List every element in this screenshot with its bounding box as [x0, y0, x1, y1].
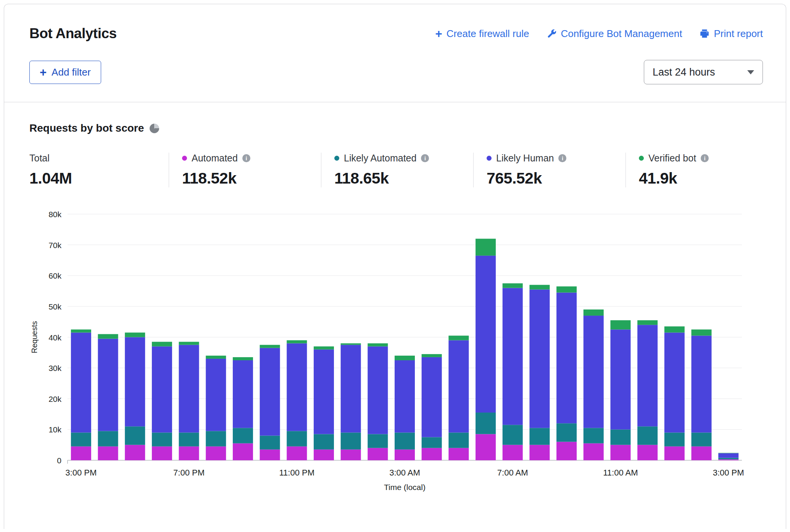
bar-segment-likely-human — [422, 357, 442, 437]
y-tick-label: 60k — [48, 271, 61, 280]
x-tick-label: 7:00 PM — [173, 468, 205, 477]
bar-segment-likely-automated — [691, 432, 711, 446]
bar-segment-automated — [152, 447, 172, 460]
x-tick-label: 3:00 AM — [389, 468, 420, 477]
info-icon[interactable]: i — [242, 154, 250, 162]
x-tick-label: 11:00 AM — [603, 468, 638, 477]
stat-total: Total 1.04M — [29, 153, 169, 187]
bar-segment-likely-human — [584, 316, 604, 428]
y-tick-label: 30k — [48, 364, 61, 372]
bar-segment-likely-automated — [233, 428, 253, 443]
bar-segment-likely-human — [503, 288, 523, 425]
info-icon[interactable]: i — [558, 154, 566, 162]
bar-segment-likely-human — [71, 332, 91, 432]
bar-segment-verified-bot — [179, 342, 199, 345]
stat-likely-human: Likely Human i 765.52k — [473, 153, 626, 187]
bar-segment-verified-bot — [71, 329, 91, 332]
printer-icon — [700, 29, 709, 39]
time-range-value: Last 24 hours — [653, 66, 715, 78]
bar-segment-automated — [422, 448, 442, 460]
bar-segment-verified-bot — [584, 310, 604, 316]
bar-segment-likely-automated — [529, 428, 550, 445]
bar-segment-likely-human — [368, 347, 388, 434]
card-body: Requests by bot score Total 1.04M Automa… — [4, 102, 786, 501]
bar-segment-likely-automated — [422, 437, 442, 448]
bar-segment-verified-bot — [233, 357, 253, 360]
bar-segment-verified-bot — [503, 283, 523, 288]
bar-segment-verified-bot — [448, 335, 469, 340]
info-icon[interactable]: i — [701, 154, 709, 162]
y-axis-title: Requests — [30, 321, 39, 353]
bar-segment-likely-automated — [260, 436, 280, 450]
plus-icon: + — [40, 66, 47, 78]
print-report-label: Print report — [714, 28, 763, 40]
bar-segment-likely-automated — [664, 432, 685, 446]
bar-segment-likely-human — [395, 360, 415, 432]
info-icon[interactable]: i — [421, 154, 429, 162]
bar-segment-verified-bot — [287, 340, 307, 343]
bar-segment-likely-human — [179, 345, 199, 433]
y-tick-label: 50k — [48, 302, 61, 311]
bar-segment-likely-automated — [206, 431, 226, 446]
bar-segment-automated — [395, 450, 415, 460]
create-firewall-rule-label: Create firewall rule — [447, 28, 529, 40]
bar-segment-likely-automated — [152, 432, 172, 446]
bot-analytics-card: Bot Analytics + Create firewall rule Con… — [4, 4, 786, 529]
stat-likely-human-label: Likely Human — [496, 153, 554, 164]
bar-segment-verified-bot — [718, 453, 738, 453]
page-title: Bot Analytics — [29, 26, 117, 42]
add-filter-button[interactable]: + Add filter — [29, 61, 101, 84]
configure-bot-management-link[interactable]: Configure Bot Management — [547, 28, 682, 40]
x-tick-label: 7:00 AM — [497, 468, 528, 477]
bar-segment-automated — [584, 443, 604, 460]
header-actions: + Create firewall rule Configure Bot Man… — [435, 28, 763, 40]
print-report-link[interactable]: Print report — [700, 28, 763, 40]
create-firewall-rule-link[interactable]: + Create firewall rule — [435, 28, 529, 40]
verified-bot-dot — [639, 156, 644, 161]
bar-segment-verified-bot — [260, 345, 280, 348]
bar-segment-likely-automated — [718, 458, 738, 459]
time-range-select[interactable]: Last 24 hours — [644, 60, 763, 84]
likely-human-dot — [487, 156, 492, 161]
bar-segment-automated — [556, 442, 577, 460]
plus-icon: + — [435, 28, 442, 40]
bar-segment-automated — [260, 450, 280, 460]
bar-segment-verified-bot — [206, 356, 226, 359]
y-tick-label: 80k — [48, 210, 61, 219]
bar-segment-verified-bot — [610, 320, 630, 329]
bar-segment-likely-human — [664, 332, 685, 432]
bar-segment-automated — [637, 445, 658, 460]
bar-segment-automated — [314, 450, 334, 460]
bar-segment-likely-automated — [287, 431, 307, 446]
bar-segment-automated — [610, 445, 630, 460]
bar-segment-verified-bot — [152, 342, 172, 347]
stat-verified-bot-label: Verified bot — [648, 153, 696, 164]
stat-likely-automated-value: 118.65k — [334, 169, 473, 187]
x-axis-title: Time (local) — [384, 483, 426, 492]
bar-segment-automated — [287, 447, 307, 460]
bar-segment-automated — [368, 448, 388, 460]
bar-segment-verified-bot — [664, 326, 685, 332]
likely-automated-dot — [334, 156, 339, 161]
wrench-icon — [547, 29, 556, 39]
bar-segment-likely-automated — [448, 432, 469, 448]
bar-segment-verified-bot — [556, 286, 577, 292]
bar-segment-likely-human — [260, 348, 280, 436]
bar-segment-automated — [476, 434, 496, 460]
bar-segment-automated — [98, 447, 118, 460]
bar-segment-likely-human — [476, 256, 496, 413]
bar-segment-likely-automated — [71, 432, 91, 446]
bar-segment-automated — [529, 445, 550, 460]
stat-total-value: 1.04M — [29, 169, 169, 187]
bar-segment-automated — [71, 447, 91, 460]
stat-likely-human-value: 765.52k — [487, 169, 626, 187]
bar-segment-likely-human — [718, 453, 738, 458]
bar-segment-likely-automated — [395, 432, 415, 449]
x-tick-label: 3:00 PM — [713, 468, 744, 477]
bar-segment-automated — [664, 447, 685, 460]
bar-segment-likely-human — [206, 359, 226, 431]
bar-segment-automated — [341, 450, 361, 460]
x-tick-label: 3:00 PM — [65, 468, 97, 477]
bar-segment-verified-bot — [691, 329, 711, 335]
bar-segment-verified-bot — [98, 334, 118, 339]
